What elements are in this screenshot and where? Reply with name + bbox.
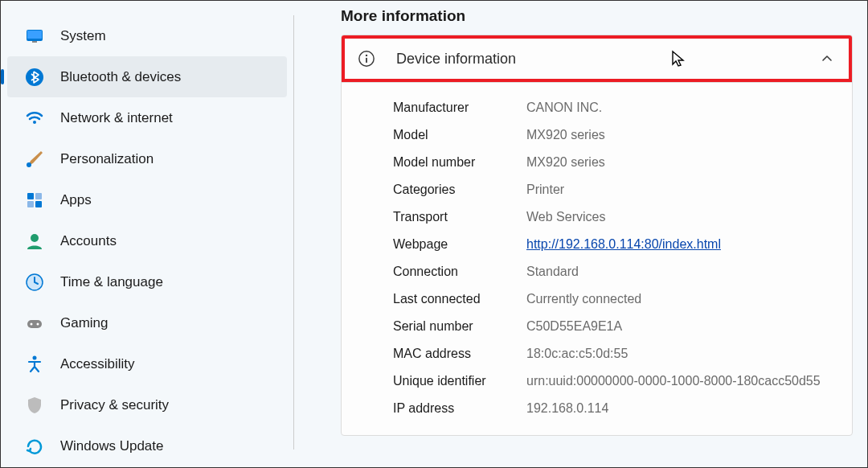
sidebar-item-label: Time & language — [60, 274, 163, 290]
detail-row: ModelMX920 series — [393, 121, 833, 149]
detail-row: ManufacturerCANON INC. — [393, 94, 833, 121]
detail-row: Serial numberC50D55EA9E1A — [393, 313, 833, 340]
svg-point-5 — [27, 162, 31, 167]
detail-label: Connection — [393, 262, 526, 281]
sidebar-item-network[interactable]: Network & internet — [7, 97, 287, 138]
detail-value: 192.168.0.114 — [526, 399, 833, 418]
svg-rect-6 — [27, 193, 34, 199]
apps-icon — [25, 191, 44, 210]
sidebar-item-label: Network & internet — [60, 110, 173, 126]
detail-value: Web Services — [526, 207, 833, 227]
detail-row: IP address192.168.0.114 — [393, 395, 833, 422]
sidebar-item-label: System — [60, 28, 106, 44]
svg-point-4 — [33, 121, 36, 124]
svg-point-17 — [366, 55, 367, 56]
svg-point-15 — [33, 355, 37, 359]
device-info-card: Device information ManufacturerCANON INC… — [341, 35, 853, 436]
clock-globe-icon — [25, 273, 44, 292]
gamepad-icon — [25, 314, 44, 333]
svg-rect-1 — [27, 31, 42, 39]
sidebar-item-label: Apps — [60, 192, 92, 208]
device-info-header[interactable]: Device information — [342, 35, 852, 82]
detail-value: Currently connected — [526, 289, 833, 309]
detail-label: Manufacturer — [393, 98, 526, 117]
svg-rect-9 — [35, 201, 42, 207]
sidebar-item-personalization[interactable]: Personalization — [7, 138, 287, 179]
detail-value: Standard — [526, 262, 833, 281]
detail-value: MX920 series — [526, 153, 833, 172]
main-content: More information Device information Manu… — [302, 1, 867, 467]
detail-row: ConnectionStandard — [393, 258, 833, 285]
chevron-up-icon — [821, 53, 833, 64]
sidebar-item-privacy-security[interactable]: Privacy & security — [7, 384, 287, 425]
detail-value: CANON INC. — [526, 98, 833, 117]
info-icon — [358, 50, 375, 68]
detail-label: Serial number — [393, 317, 526, 336]
sidebar-item-apps[interactable]: Apps — [7, 179, 287, 220]
sidebar-item-bluetooth-devices[interactable]: Bluetooth & devices — [7, 56, 287, 97]
svg-rect-8 — [27, 201, 34, 207]
sidebar-item-label: Bluetooth & devices — [60, 69, 181, 85]
sidebar-item-accessibility[interactable]: Accessibility — [7, 343, 287, 384]
settings-sidebar: System Bluetooth & devices Network & int… — [1, 1, 302, 467]
detail-value: Printer — [526, 180, 833, 199]
detail-row: Webpagehttp://192.168.0.114:80/index.htm… — [393, 231, 833, 258]
accessibility-icon — [25, 355, 44, 374]
detail-row: Model numberMX920 series — [393, 149, 833, 176]
wifi-icon — [25, 109, 44, 128]
sidebar-item-label: Privacy & security — [60, 397, 169, 413]
sidebar-item-label: Accessibility — [60, 356, 135, 372]
detail-value: 18:0c:ac:c5:0d:55 — [526, 344, 833, 363]
device-info-details: ManufacturerCANON INC.ModelMX920 seriesM… — [342, 83, 852, 435]
svg-point-14 — [37, 322, 39, 325]
detail-label: Model — [393, 125, 526, 145]
sidebar-item-gaming[interactable]: Gaming — [7, 302, 287, 343]
bluetooth-icon — [25, 68, 44, 87]
person-icon — [25, 232, 44, 251]
svg-rect-18 — [366, 58, 367, 63]
detail-label: Unique identifier — [393, 372, 526, 391]
detail-label: Model number — [393, 153, 526, 172]
detail-value[interactable]: http://192.168.0.114:80/index.html — [526, 235, 833, 254]
sidebar-item-label: Personalization — [60, 151, 154, 167]
sidebar-item-accounts[interactable]: Accounts — [7, 220, 287, 261]
detail-row: Unique identifierurn:uuid:00000000-0000-… — [393, 367, 833, 395]
sidebar-item-windows-update[interactable]: Windows Update — [7, 425, 287, 466]
system-icon — [25, 27, 44, 46]
sidebar-item-label: Windows Update — [60, 438, 164, 454]
detail-value: MX920 series — [526, 125, 833, 145]
svg-point-10 — [31, 234, 39, 242]
shield-icon — [25, 396, 44, 415]
webpage-link[interactable]: http://192.168.0.114:80/index.html — [526, 237, 721, 251]
detail-label: MAC address — [393, 344, 526, 363]
svg-rect-7 — [35, 193, 42, 199]
sidebar-item-label: Gaming — [60, 315, 108, 331]
sidebar-item-time-language[interactable]: Time & language — [7, 261, 287, 302]
detail-row: TransportWeb Services — [393, 203, 833, 231]
brush-icon — [25, 150, 44, 169]
detail-row: MAC address18:0c:ac:c5:0d:55 — [393, 340, 833, 367]
svg-point-13 — [31, 322, 33, 325]
panel-title: Device information — [396, 51, 821, 68]
detail-label: Categories — [393, 180, 526, 199]
detail-label: IP address — [393, 399, 526, 418]
detail-value: urn:uuid:00000000-0000-1000-8000-180cacc… — [526, 372, 833, 391]
sidebar-item-label: Accounts — [60, 233, 117, 249]
detail-label: Webpage — [393, 235, 526, 254]
svg-rect-2 — [32, 41, 37, 43]
page-title: More information — [341, 7, 853, 25]
svg-rect-12 — [27, 320, 42, 328]
detail-label: Last connected — [393, 289, 526, 309]
detail-label: Transport — [393, 207, 526, 227]
detail-value: C50D55EA9E1A — [526, 317, 833, 336]
update-icon — [25, 437, 44, 456]
detail-row: Last connectedCurrently connected — [393, 285, 833, 313]
detail-row: CategoriesPrinter — [393, 176, 833, 203]
sidebar-item-system[interactable]: System — [7, 15, 287, 56]
